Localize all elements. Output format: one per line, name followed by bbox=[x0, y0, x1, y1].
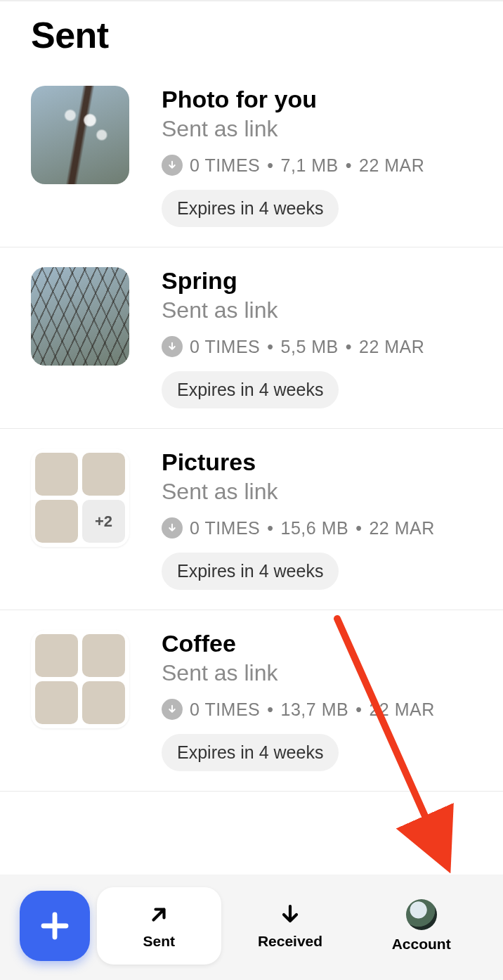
transfer-subtitle: Sent as link bbox=[162, 479, 486, 505]
tab-sent[interactable]: Sent bbox=[97, 887, 221, 965]
transfer-row[interactable]: CoffeeSent as link 0 TIMES • 13,7 MB • 2… bbox=[0, 610, 503, 792]
transfer-subtitle: Sent as link bbox=[162, 297, 486, 323]
thumbnail-cell bbox=[35, 681, 78, 724]
transfer-row[interactable]: SpringSent as link 0 TIMES • 5,5 MB • 22… bbox=[0, 247, 503, 429]
transfer-subtitle: Sent as link bbox=[162, 660, 486, 686]
transfer-meta: SpringSent as link 0 TIMES • 5,5 MB • 22… bbox=[162, 267, 486, 408]
download-count-icon bbox=[162, 699, 183, 720]
tab-label: Sent bbox=[143, 933, 176, 950]
expiry-pill: Expires in 4 weeks bbox=[162, 190, 339, 227]
stats-separator: • bbox=[267, 518, 273, 539]
transfer-list: Photo for youSent as link 0 TIMES • 7,1 … bbox=[0, 66, 503, 980]
transfer-title: Photo for you bbox=[162, 86, 486, 113]
transfer-row[interactable]: Photo for youSent as link 0 TIMES • 7,1 … bbox=[0, 66, 503, 247]
transfer-size: 7,1 MB bbox=[281, 155, 339, 176]
thumbnail-cell bbox=[82, 681, 125, 724]
transfer-thumbnail bbox=[31, 86, 129, 184]
transfer-size: 15,6 MB bbox=[281, 518, 349, 539]
thumbnail-more-count: +2 bbox=[82, 500, 125, 543]
download-count-icon bbox=[162, 517, 183, 539]
transfer-date: 22 MAR bbox=[369, 699, 434, 720]
stats-separator: • bbox=[346, 337, 352, 357]
expiry-pill: Expires in 4 weeks bbox=[162, 371, 339, 408]
thumbnail-cell bbox=[82, 453, 125, 496]
tab-received[interactable]: Received bbox=[228, 887, 353, 965]
plus-icon bbox=[38, 909, 72, 943]
new-transfer-button[interactable] bbox=[20, 891, 90, 961]
thumbnail-cell bbox=[82, 634, 125, 677]
expiry-pill: Expires in 4 weeks bbox=[162, 734, 339, 771]
transfer-subtitle: Sent as link bbox=[162, 116, 486, 142]
transfer-meta: PicturesSent as link 0 TIMES • 15,6 MB •… bbox=[162, 449, 486, 590]
transfer-size: 13,7 MB bbox=[281, 699, 349, 720]
stats-separator: • bbox=[355, 699, 362, 720]
transfer-thumbnail: +2 bbox=[31, 449, 129, 547]
thumbnail-cell bbox=[35, 500, 78, 543]
transfer-date: 22 MAR bbox=[359, 337, 424, 357]
tab-account[interactable]: Account bbox=[359, 887, 483, 965]
page-title: Sent bbox=[31, 14, 472, 56]
download-count-icon bbox=[162, 155, 183, 176]
avatar bbox=[406, 899, 437, 930]
tab-label: Received bbox=[258, 933, 322, 950]
transfer-stats: 0 TIMES • 15,6 MB • 22 MAR bbox=[162, 517, 486, 539]
stats-separator: • bbox=[267, 337, 273, 357]
transfer-stats: 0 TIMES • 7,1 MB • 22 MAR bbox=[162, 155, 486, 176]
bottom-nav: Sent Received Account bbox=[0, 875, 503, 980]
transfer-row[interactable]: +2PicturesSent as link 0 TIMES • 15,6 MB… bbox=[0, 429, 503, 610]
transfer-stats: 0 TIMES • 5,5 MB • 22 MAR bbox=[162, 336, 486, 357]
expiry-pill: Expires in 4 weeks bbox=[162, 553, 339, 590]
download-count: 0 TIMES bbox=[190, 699, 260, 720]
stats-separator: • bbox=[267, 155, 273, 176]
transfer-stats: 0 TIMES • 13,7 MB • 22 MAR bbox=[162, 699, 486, 720]
stats-separator: • bbox=[267, 699, 273, 720]
download-count-icon bbox=[162, 336, 183, 357]
transfer-thumbnail bbox=[31, 267, 129, 366]
tab-label: Account bbox=[392, 936, 451, 953]
transfer-thumbnail bbox=[31, 630, 129, 728]
thumbnail-cell bbox=[35, 453, 78, 496]
transfer-meta: Photo for youSent as link 0 TIMES • 7,1 … bbox=[162, 86, 486, 227]
download-count: 0 TIMES bbox=[190, 337, 260, 357]
transfer-size: 5,5 MB bbox=[281, 337, 339, 357]
stats-separator: • bbox=[355, 518, 362, 539]
arrow-down-icon bbox=[277, 902, 303, 927]
download-count: 0 TIMES bbox=[190, 518, 260, 539]
arrow-up-right-icon bbox=[146, 902, 171, 927]
thumbnail-cell bbox=[35, 634, 78, 677]
transfer-date: 22 MAR bbox=[369, 518, 434, 539]
transfer-meta: CoffeeSent as link 0 TIMES • 13,7 MB • 2… bbox=[162, 630, 486, 771]
transfer-title: Coffee bbox=[162, 630, 486, 657]
transfer-date: 22 MAR bbox=[359, 155, 424, 176]
download-count: 0 TIMES bbox=[190, 155, 260, 176]
stats-separator: • bbox=[346, 155, 352, 176]
page-header: Sent bbox=[0, 1, 503, 66]
transfer-title: Spring bbox=[162, 267, 486, 295]
transfer-title: Pictures bbox=[162, 449, 486, 476]
